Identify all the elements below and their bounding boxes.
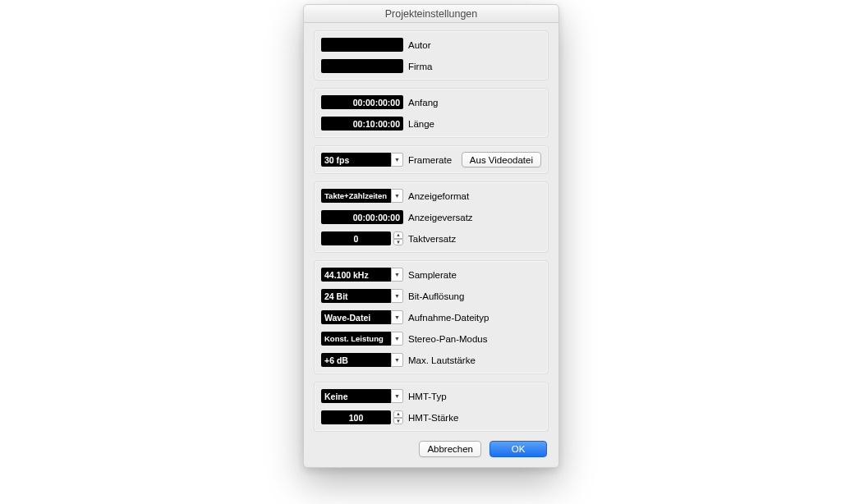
dialog-title: Projekteinstellungen [304, 5, 558, 23]
record-filetype-label: Aufnahme-Dateityp [408, 313, 489, 323]
record-filetype-select[interactable]: Wave-Datei [321, 310, 391, 324]
author-input[interactable] [321, 38, 403, 52]
cancel-button[interactable]: Abbrechen [419, 441, 481, 457]
bitdepth-select[interactable]: 24 Bit [321, 289, 391, 303]
display-format-label: Anzeigeformat [408, 191, 469, 201]
length-input[interactable]: 00:10:00:00 [321, 117, 403, 131]
hmt-depth-step-down-icon[interactable]: ▼ [393, 418, 403, 425]
framerate-label: Framerate [408, 155, 452, 165]
panel-display: Takte+Zählzeiten ▼ Anzeigeformat 00:00:0… [314, 181, 549, 253]
author-label: Autor [408, 40, 431, 50]
max-volume-dropdown-icon[interactable]: ▼ [391, 353, 403, 367]
pan-mode-select[interactable]: Konst. Leistung [321, 332, 391, 346]
framerate-dropdown-icon[interactable]: ▼ [391, 153, 403, 167]
company-label: Firma [408, 62, 432, 71]
hmt-depth-input[interactable]: 100 [321, 410, 391, 424]
display-format-select[interactable]: Takte+Zählzeiten [321, 189, 391, 203]
hmt-depth-step-up-icon[interactable]: ▲ [393, 410, 403, 418]
hmt-depth-label: HMT-Stärke [408, 413, 458, 423]
max-volume-label: Max. Lautstärke [408, 355, 476, 365]
display-offset-label: Anzeigeversatz [408, 213, 473, 222]
from-video-button[interactable]: Aus Videodatei [462, 152, 541, 167]
samplerate-label: Samplerate [408, 270, 457, 280]
framerate-select[interactable]: 30 fps [321, 153, 391, 167]
start-time-label: Anfang [408, 98, 438, 108]
ok-button[interactable]: OK [489, 441, 547, 457]
hmt-type-label: HMT-Typ [408, 392, 447, 401]
bar-offset-label: Taktversatz [408, 234, 456, 244]
panel-time: 00:00:00:00 Anfang 00:10:00:00 Länge [314, 88, 549, 138]
pan-mode-label: Stereo-Pan-Modus [408, 334, 488, 344]
start-time-input[interactable]: 00:00:00:00 [321, 95, 403, 109]
panel-meta: Autor Firma [314, 30, 549, 80]
record-filetype-dropdown-icon[interactable]: ▼ [391, 310, 403, 324]
bitdepth-dropdown-icon[interactable]: ▼ [391, 289, 403, 303]
samplerate-select[interactable]: 44.100 kHz [321, 268, 391, 282]
bar-offset-step-up-icon[interactable]: ▲ [393, 231, 403, 239]
display-format-dropdown-icon[interactable]: ▼ [391, 189, 403, 203]
panel-hmt: Keine ▼ HMT-Typ 100 ▲ ▼ HMT-Stärke [314, 382, 549, 432]
hmt-type-dropdown-icon[interactable]: ▼ [391, 389, 403, 403]
bar-offset-step-down-icon[interactable]: ▼ [393, 239, 403, 246]
samplerate-dropdown-icon[interactable]: ▼ [391, 268, 403, 282]
pan-mode-dropdown-icon[interactable]: ▼ [391, 332, 403, 346]
company-input[interactable] [321, 59, 403, 73]
panel-audio: 44.100 kHz ▼ Samplerate 24 Bit ▼ Bit-Auf… [314, 260, 549, 374]
display-offset-input[interactable]: 00:00:00:00 [321, 210, 403, 224]
hmt-type-select[interactable]: Keine [321, 389, 391, 403]
bar-offset-input[interactable]: 0 [321, 231, 391, 245]
max-volume-select[interactable]: +6 dB [321, 353, 391, 367]
bitdepth-label: Bit-Auflösung [408, 291, 464, 301]
project-settings-dialog: Projekteinstellungen Autor Firma 00:00:0… [303, 4, 559, 468]
length-label: Länge [408, 119, 434, 129]
dialog-footer: Abbrechen OK [315, 441, 547, 457]
panel-framerate: 30 fps ▼ Framerate Aus Videodatei [314, 145, 549, 174]
